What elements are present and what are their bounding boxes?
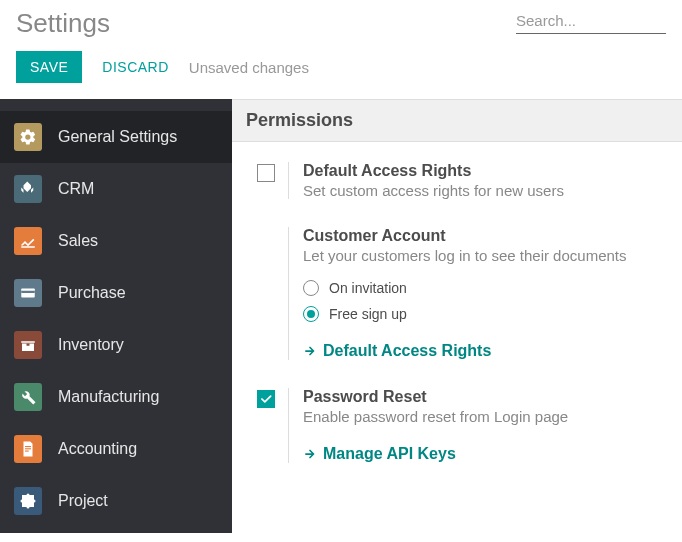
- sidebar-item-label: Inventory: [58, 336, 124, 354]
- radio-icon: [303, 280, 319, 296]
- sidebar-item-label: General Settings: [58, 128, 177, 146]
- link-default-access-rights[interactable]: Default Access Rights: [303, 342, 670, 360]
- sidebar-item-accounting[interactable]: Accounting: [0, 423, 232, 475]
- checkbox-password-reset[interactable]: [257, 390, 275, 408]
- sidebar-item-manufacturing[interactable]: Manufacturing: [0, 371, 232, 423]
- svg-rect-4: [25, 448, 31, 449]
- radio-free-sign-up[interactable]: Free sign up: [303, 306, 670, 322]
- discard-button[interactable]: DISCARD: [102, 59, 169, 75]
- gear-icon: [14, 123, 42, 151]
- check-icon: [259, 392, 273, 406]
- radio-icon: [303, 306, 319, 322]
- link-manage-api-keys[interactable]: Manage API Keys: [303, 445, 670, 463]
- sidebar-item-inventory[interactable]: Inventory: [0, 319, 232, 371]
- sidebar-item-project[interactable]: Project: [0, 475, 232, 527]
- arrow-right-icon: [303, 344, 317, 358]
- arrow-right-icon: [303, 447, 317, 461]
- setting-desc: Enable password reset from Login page: [303, 408, 670, 425]
- sidebar-item-sales[interactable]: Sales: [0, 215, 232, 267]
- setting-title: Password Reset: [303, 388, 670, 406]
- handshake-icon: [14, 175, 42, 203]
- svg-rect-3: [25, 446, 31, 447]
- sidebar-item-label: Accounting: [58, 440, 137, 458]
- setting-desc: Set custom access rights for new users: [303, 182, 670, 199]
- chart-icon: [14, 227, 42, 255]
- sidebar-item-label: Project: [58, 492, 108, 510]
- box-icon: [14, 331, 42, 359]
- sidebar-item-purchase[interactable]: Purchase: [0, 267, 232, 319]
- radio-on-invitation[interactable]: On invitation: [303, 280, 670, 296]
- radio-label: Free sign up: [329, 306, 407, 322]
- checkbox-default-access-rights[interactable]: [257, 164, 275, 182]
- sidebar-item-label: CRM: [58, 180, 94, 198]
- sidebar-item-crm[interactable]: CRM: [0, 163, 232, 215]
- radio-label: On invitation: [329, 280, 407, 296]
- svg-rect-2: [27, 344, 30, 346]
- page-title: Settings: [16, 8, 110, 39]
- search-input[interactable]: [516, 8, 666, 34]
- puzzle-icon: [14, 487, 42, 515]
- sidebar-item-label: Sales: [58, 232, 98, 250]
- link-label: Manage API Keys: [323, 445, 456, 463]
- main-panel: Permissions Default Access Rights Set cu…: [232, 99, 682, 533]
- sidebar-item-label: Purchase: [58, 284, 126, 302]
- setting-desc: Let your customers log in to see their d…: [303, 247, 670, 264]
- sidebar: General Settings CRM Sales Purchase Inve: [0, 99, 232, 533]
- document-icon: [14, 435, 42, 463]
- save-button[interactable]: SAVE: [16, 51, 82, 83]
- card-icon: [14, 279, 42, 307]
- wrench-icon: [14, 383, 42, 411]
- link-label: Default Access Rights: [323, 342, 491, 360]
- sidebar-item-general-settings[interactable]: General Settings: [0, 111, 232, 163]
- svg-rect-5: [25, 451, 29, 452]
- section-title-permissions: Permissions: [232, 99, 682, 142]
- setting-title: Default Access Rights: [303, 162, 670, 180]
- sidebar-item-label: Manufacturing: [58, 388, 159, 406]
- svg-rect-1: [21, 291, 35, 293]
- setting-title: Customer Account: [303, 227, 670, 245]
- unsaved-status: Unsaved changes: [189, 59, 309, 76]
